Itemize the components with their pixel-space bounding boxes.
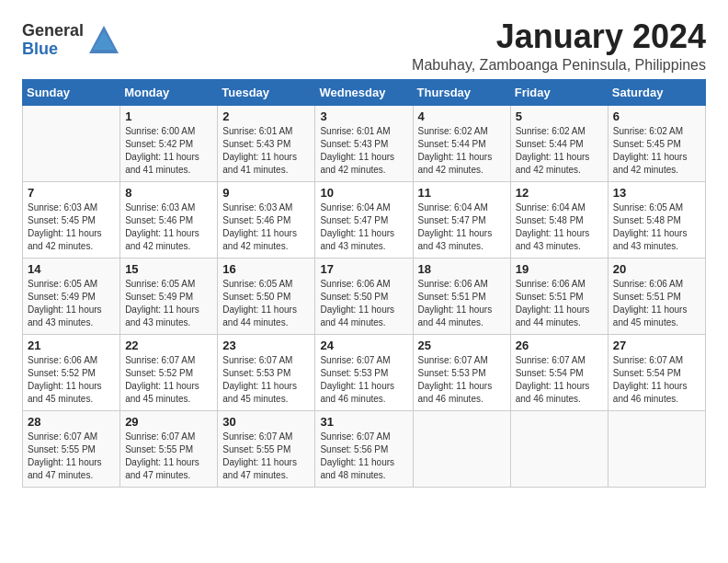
day-info: Sunrise: 6:07 AM Sunset: 5:54 PM Dayligh… (613, 354, 700, 406)
calendar-cell: 19Sunrise: 6:06 AM Sunset: 5:51 PM Dayli… (510, 258, 608, 334)
calendar-cell (413, 410, 510, 487)
calendar-cell: 8Sunrise: 6:03 AM Sunset: 5:46 PM Daylig… (120, 181, 218, 258)
calendar-cell: 27Sunrise: 6:07 AM Sunset: 5:54 PM Dayli… (608, 334, 705, 410)
calendar-cell: 16Sunrise: 6:05 AM Sunset: 5:50 PM Dayli… (218, 258, 315, 334)
calendar-cell: 4Sunrise: 6:02 AM Sunset: 5:44 PM Daylig… (413, 105, 510, 181)
day-info: Sunrise: 6:07 AM Sunset: 5:54 PM Dayligh… (516, 354, 603, 406)
day-info: Sunrise: 6:04 AM Sunset: 5:47 PM Dayligh… (320, 201, 407, 253)
day-info: Sunrise: 6:05 AM Sunset: 5:50 PM Dayligh… (222, 278, 310, 329)
day-number: 9 (222, 186, 310, 200)
day-number: 20 (613, 262, 700, 276)
day-number: 24 (320, 339, 407, 352)
calendar-cell: 13Sunrise: 6:05 AM Sunset: 5:48 PM Dayli… (608, 181, 705, 258)
header-saturday: Saturday (608, 79, 705, 105)
calendar-cell: 7Sunrise: 6:03 AM Sunset: 5:45 PM Daylig… (23, 181, 120, 258)
day-info: Sunrise: 6:06 AM Sunset: 5:52 PM Dayligh… (28, 354, 115, 406)
day-number: 16 (222, 262, 310, 276)
day-number: 7 (28, 186, 115, 200)
calendar-header-row: SundayMondayTuesdayWednesdayThursdayFrid… (23, 79, 706, 105)
day-number: 25 (418, 339, 506, 352)
header-thursday: Thursday (413, 79, 510, 105)
calendar-cell: 15Sunrise: 6:05 AM Sunset: 5:49 PM Dayli… (120, 258, 218, 334)
day-info: Sunrise: 6:06 AM Sunset: 5:51 PM Dayligh… (418, 278, 506, 329)
day-info: Sunrise: 6:06 AM Sunset: 5:51 PM Dayligh… (516, 278, 603, 329)
logo-blue: Blue (22, 40, 84, 59)
day-number: 3 (320, 109, 407, 123)
day-number: 8 (125, 186, 212, 200)
day-number: 13 (613, 186, 700, 200)
day-number: 11 (418, 186, 506, 200)
header: General Blue January 2024 Mabuhay, Zambo… (22, 18, 706, 74)
day-number: 30 (222, 415, 310, 429)
day-info: Sunrise: 6:05 AM Sunset: 5:49 PM Dayligh… (125, 278, 212, 329)
location-subtitle: Mabuhay, Zamboanga Peninsula, Philippine… (412, 57, 706, 74)
header-wednesday: Wednesday (315, 79, 413, 105)
day-number: 18 (418, 262, 506, 276)
month-title: January 2024 (412, 18, 706, 55)
day-info: Sunrise: 6:07 AM Sunset: 5:53 PM Dayligh… (320, 354, 407, 406)
day-number: 1 (125, 109, 212, 123)
day-number: 26 (516, 339, 603, 352)
day-info: Sunrise: 6:07 AM Sunset: 5:55 PM Dayligh… (125, 431, 212, 482)
day-info: Sunrise: 6:06 AM Sunset: 5:50 PM Dayligh… (320, 278, 407, 329)
day-info: Sunrise: 6:07 AM Sunset: 5:56 PM Dayligh… (320, 431, 407, 482)
calendar-cell: 26Sunrise: 6:07 AM Sunset: 5:54 PM Dayli… (510, 334, 608, 410)
day-info: Sunrise: 6:01 AM Sunset: 5:43 PM Dayligh… (320, 125, 407, 177)
calendar-table: SundayMondayTuesdayWednesdayThursdayFrid… (22, 79, 706, 488)
day-info: Sunrise: 6:03 AM Sunset: 5:45 PM Dayligh… (28, 201, 115, 253)
header-tuesday: Tuesday (218, 79, 315, 105)
day-number: 31 (320, 415, 407, 429)
calendar-cell: 10Sunrise: 6:04 AM Sunset: 5:47 PM Dayli… (315, 181, 413, 258)
day-number: 4 (418, 109, 506, 123)
calendar-cell: 17Sunrise: 6:06 AM Sunset: 5:50 PM Dayli… (315, 258, 413, 334)
day-number: 29 (125, 415, 212, 429)
day-info: Sunrise: 6:04 AM Sunset: 5:48 PM Dayligh… (516, 201, 603, 253)
day-info: Sunrise: 6:02 AM Sunset: 5:44 PM Dayligh… (516, 125, 603, 177)
day-number: 12 (516, 186, 603, 200)
calendar-cell: 22Sunrise: 6:07 AM Sunset: 5:52 PM Dayli… (120, 334, 218, 410)
day-info: Sunrise: 6:01 AM Sunset: 5:43 PM Dayligh… (222, 125, 310, 177)
calendar-cell: 1Sunrise: 6:00 AM Sunset: 5:42 PM Daylig… (120, 105, 218, 181)
day-number: 22 (125, 339, 212, 352)
day-number: 15 (125, 262, 212, 276)
day-number: 6 (613, 109, 700, 123)
calendar-week-row: 7Sunrise: 6:03 AM Sunset: 5:45 PM Daylig… (23, 181, 706, 258)
day-number: 14 (28, 262, 115, 276)
calendar-cell: 5Sunrise: 6:02 AM Sunset: 5:44 PM Daylig… (510, 105, 608, 181)
logo: General Blue (22, 22, 120, 59)
day-info: Sunrise: 6:07 AM Sunset: 5:53 PM Dayligh… (418, 354, 506, 406)
calendar-cell: 9Sunrise: 6:03 AM Sunset: 5:46 PM Daylig… (218, 181, 315, 258)
header-sunday: Sunday (23, 79, 120, 105)
calendar-cell: 14Sunrise: 6:05 AM Sunset: 5:49 PM Dayli… (23, 258, 120, 334)
day-number: 21 (28, 339, 115, 352)
day-info: Sunrise: 6:04 AM Sunset: 5:47 PM Dayligh… (418, 201, 506, 253)
day-number: 10 (320, 186, 407, 200)
day-info: Sunrise: 6:07 AM Sunset: 5:53 PM Dayligh… (222, 354, 310, 406)
calendar-cell: 28Sunrise: 6:07 AM Sunset: 5:55 PM Dayli… (23, 410, 120, 487)
day-info: Sunrise: 6:02 AM Sunset: 5:45 PM Dayligh… (613, 125, 700, 177)
calendar-cell: 3Sunrise: 6:01 AM Sunset: 5:43 PM Daylig… (315, 105, 413, 181)
day-number: 28 (28, 415, 115, 429)
day-info: Sunrise: 6:07 AM Sunset: 5:52 PM Dayligh… (125, 354, 212, 406)
calendar-cell: 30Sunrise: 6:07 AM Sunset: 5:55 PM Dayli… (218, 410, 315, 487)
day-number: 19 (516, 262, 603, 276)
calendar-cell: 18Sunrise: 6:06 AM Sunset: 5:51 PM Dayli… (413, 258, 510, 334)
day-number: 27 (613, 339, 700, 352)
day-info: Sunrise: 6:05 AM Sunset: 5:49 PM Dayligh… (28, 278, 115, 329)
calendar-cell: 23Sunrise: 6:07 AM Sunset: 5:53 PM Dayli… (218, 334, 315, 410)
day-number: 23 (222, 339, 310, 352)
title-section: January 2024 Mabuhay, Zamboanga Peninsul… (412, 18, 706, 74)
day-info: Sunrise: 6:06 AM Sunset: 5:51 PM Dayligh… (613, 278, 700, 329)
header-monday: Monday (120, 79, 218, 105)
logo-general: General (22, 22, 84, 40)
day-number: 2 (222, 109, 310, 123)
calendar-cell: 6Sunrise: 6:02 AM Sunset: 5:45 PM Daylig… (608, 105, 705, 181)
day-info: Sunrise: 6:02 AM Sunset: 5:44 PM Dayligh… (418, 125, 506, 177)
logo-icon (87, 24, 120, 57)
calendar-cell: 24Sunrise: 6:07 AM Sunset: 5:53 PM Dayli… (315, 334, 413, 410)
calendar-week-row: 28Sunrise: 6:07 AM Sunset: 5:55 PM Dayli… (23, 410, 706, 487)
day-info: Sunrise: 6:05 AM Sunset: 5:48 PM Dayligh… (613, 201, 700, 253)
day-info: Sunrise: 6:07 AM Sunset: 5:55 PM Dayligh… (222, 431, 310, 482)
calendar-cell (510, 410, 608, 487)
calendar-cell: 2Sunrise: 6:01 AM Sunset: 5:43 PM Daylig… (218, 105, 315, 181)
